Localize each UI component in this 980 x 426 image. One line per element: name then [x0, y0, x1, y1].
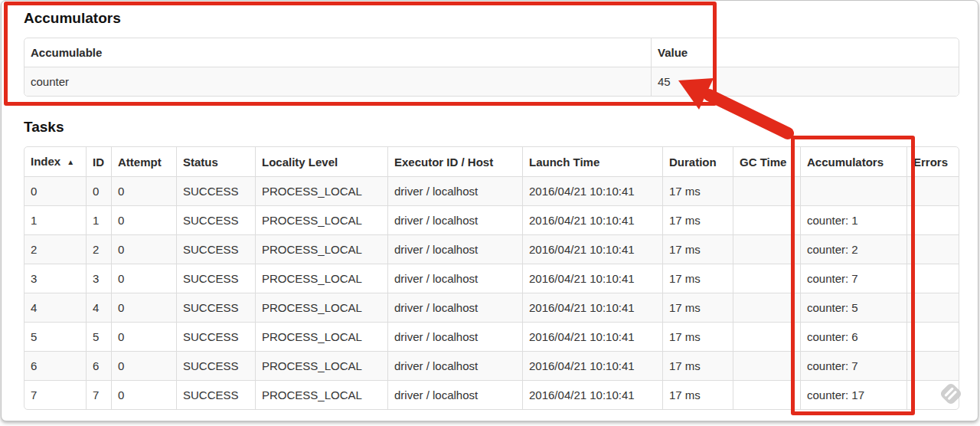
cell-status: SUCCESS — [176, 205, 255, 234]
accumulators-heading: Accumulators — [24, 9, 956, 27]
cell-accumulators: counter: 5 — [800, 293, 906, 322]
cell-locality-level: PROCESS_LOCAL — [255, 351, 387, 380]
cell-attempt: 0 — [111, 234, 176, 264]
cell-launch-time: 2016/04/21 10:10:41 — [522, 322, 662, 351]
cell-status: SUCCESS — [176, 351, 255, 380]
cell-attempt: 0 — [111, 322, 176, 351]
cell-status: SUCCESS — [176, 234, 255, 264]
sort-ascending-icon: ▲ — [67, 158, 74, 166]
col-header-attempt[interactable]: Attempt — [111, 147, 176, 176]
cell-errors — [906, 380, 959, 409]
cell-errors — [906, 234, 959, 264]
cell-accumulators: counter: 7 — [800, 264, 906, 293]
cell-gc-time — [733, 205, 800, 234]
cell-locality-level: PROCESS_LOCAL — [255, 264, 387, 293]
cell-duration: 17 ms — [662, 380, 733, 409]
cell-launch-time: 2016/04/21 10:10:41 — [522, 205, 662, 234]
col-header-duration[interactable]: Duration — [662, 147, 733, 176]
cell-launch-time: 2016/04/21 10:10:41 — [522, 380, 662, 409]
accumulators-table: Accumulable Value counter 45 — [24, 38, 959, 97]
cell-executor-host: driver / localhost — [387, 293, 522, 322]
cell-duration: 17 ms — [662, 351, 733, 380]
col-header-status[interactable]: Status — [176, 147, 255, 176]
cell-errors — [906, 264, 959, 293]
task-row: 2 2 0 SUCCESS PROCESS_LOCAL driver / loc… — [24, 234, 959, 264]
col-header-executor-host[interactable]: Executor ID / Host — [387, 147, 522, 176]
page-content: Accumulators Accumulable Value counter 4… — [2, 1, 978, 410]
cell-accumulable-name: counter — [24, 67, 651, 96]
task-row: 1 1 0 SUCCESS PROCESS_LOCAL driver / loc… — [24, 205, 959, 234]
cell-index: 5 — [24, 322, 86, 351]
cell-executor-host: driver / localhost — [387, 205, 522, 234]
cell-attempt: 0 — [111, 380, 176, 409]
cell-index: 4 — [24, 293, 86, 322]
cell-accumulators — [800, 176, 906, 205]
cell-accumulable-value: 45 — [651, 67, 959, 96]
cell-locality-level: PROCESS_LOCAL — [255, 176, 387, 205]
task-row: 7 7 0 SUCCESS PROCESS_LOCAL driver / loc… — [24, 380, 959, 409]
cell-launch-time: 2016/04/21 10:10:41 — [522, 293, 662, 322]
cell-id: 6 — [86, 351, 111, 380]
cell-id: 1 — [86, 205, 111, 234]
cell-executor-host: driver / localhost — [387, 176, 522, 205]
cell-index: 1 — [24, 205, 86, 234]
col-header-accumulators[interactable]: Accumulators — [800, 147, 906, 176]
task-row: 4 4 0 SUCCESS PROCESS_LOCAL driver / loc… — [24, 293, 959, 322]
accumulators-header-row: Accumulable Value — [24, 38, 959, 67]
cell-executor-host: driver / localhost — [387, 380, 522, 409]
cell-id: 4 — [86, 293, 111, 322]
cell-launch-time: 2016/04/21 10:10:41 — [522, 264, 662, 293]
col-header-gc-time[interactable]: GC Time — [733, 147, 800, 176]
cell-errors — [906, 176, 959, 205]
col-header-launch-time[interactable]: Launch Time — [522, 147, 662, 176]
col-header-accumulable: Accumulable — [24, 38, 651, 67]
cell-executor-host: driver / localhost — [387, 322, 522, 351]
cell-launch-time: 2016/04/21 10:10:41 — [522, 234, 662, 264]
col-header-index-label: Index — [31, 155, 60, 168]
cell-duration: 17 ms — [662, 205, 733, 234]
cell-id: 0 — [86, 176, 111, 205]
cell-index: 7 — [24, 380, 86, 409]
col-header-errors[interactable]: Errors — [906, 147, 959, 176]
cell-locality-level: PROCESS_LOCAL — [255, 322, 387, 351]
cell-gc-time — [733, 322, 800, 351]
cell-gc-time — [733, 264, 800, 293]
cell-id: 5 — [86, 322, 111, 351]
cell-status: SUCCESS — [176, 380, 255, 409]
cell-attempt: 0 — [111, 293, 176, 322]
cell-executor-host: driver / localhost — [387, 264, 522, 293]
cell-status: SUCCESS — [176, 176, 255, 205]
col-header-id[interactable]: ID — [86, 147, 111, 176]
cell-launch-time: 2016/04/21 10:10:41 — [522, 351, 662, 380]
cell-duration: 17 ms — [662, 234, 733, 264]
task-row: 0 0 0 SUCCESS PROCESS_LOCAL driver / loc… — [24, 176, 959, 205]
cell-attempt: 0 — [111, 264, 176, 293]
tasks-table: Index▲ ID Attempt Status Locality Level … — [24, 146, 959, 410]
cell-accumulators: counter: 1 — [800, 205, 906, 234]
cell-attempt: 0 — [111, 176, 176, 205]
cell-gc-time — [733, 293, 800, 322]
tasks-header-row: Index▲ ID Attempt Status Locality Level … — [24, 147, 959, 176]
cell-status: SUCCESS — [176, 264, 255, 293]
cell-id: 2 — [86, 234, 111, 264]
col-header-value: Value — [651, 38, 959, 67]
cell-index: 3 — [24, 264, 86, 293]
cell-errors — [906, 322, 959, 351]
cell-accumulators: counter: 2 — [800, 234, 906, 264]
cell-launch-time: 2016/04/21 10:10:41 — [522, 176, 662, 205]
col-header-locality-level[interactable]: Locality Level — [255, 147, 387, 176]
cell-accumulators: counter: 7 — [800, 351, 906, 380]
cell-id: 3 — [86, 264, 111, 293]
task-row: 5 5 0 SUCCESS PROCESS_LOCAL driver / loc… — [24, 322, 959, 351]
col-header-index[interactable]: Index▲ — [24, 147, 86, 176]
cell-index: 6 — [24, 351, 86, 380]
cell-accumulators: counter: 6 — [800, 322, 906, 351]
cell-gc-time — [733, 380, 800, 409]
cell-index: 2 — [24, 234, 86, 264]
cell-gc-time — [733, 351, 800, 380]
accumulator-row: counter 45 — [24, 67, 959, 96]
cell-index: 0 — [24, 176, 86, 205]
cell-gc-time — [733, 234, 800, 264]
cell-executor-host: driver / localhost — [387, 234, 522, 264]
cell-status: SUCCESS — [176, 322, 255, 351]
